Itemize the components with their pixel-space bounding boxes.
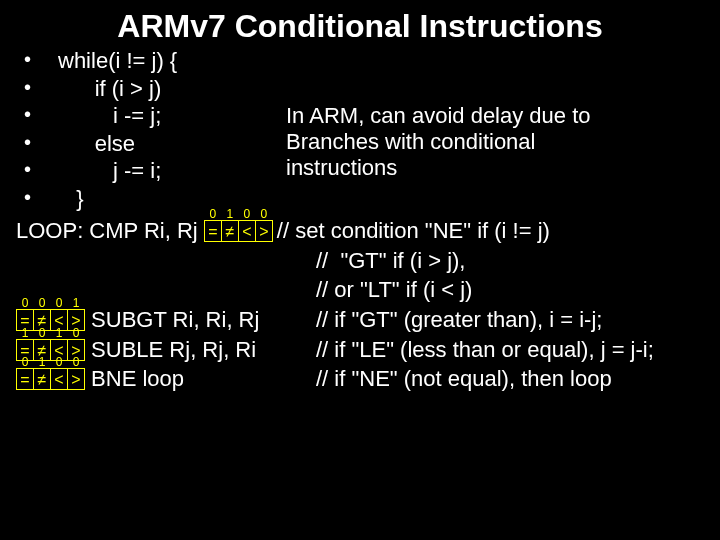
code-line: else bbox=[58, 130, 135, 158]
bullet-dot: • bbox=[16, 130, 58, 155]
flag-bit: 1 bbox=[16, 325, 34, 341]
flag-sym: > bbox=[67, 368, 85, 390]
flag-sym: ≠ bbox=[221, 220, 239, 242]
flag-sym: = bbox=[16, 368, 34, 390]
top-section: •while(i != j) { • if (i > j) • i -= j; … bbox=[16, 47, 704, 212]
code-line: if (i > j) bbox=[58, 75, 161, 103]
flag-bit: 0 bbox=[204, 206, 222, 222]
flag-bit: 0 bbox=[50, 354, 68, 370]
flag-sym: < bbox=[50, 368, 68, 390]
suble-instr: SUBLE Rj, Rj, Ri bbox=[85, 335, 256, 365]
side-note-line: In ARM, can avoid delay due to bbox=[286, 103, 704, 129]
flag-bit: 1 bbox=[50, 325, 68, 341]
bullet-dot: • bbox=[16, 75, 58, 100]
flag-bit: 0 bbox=[16, 295, 34, 311]
code-line: i -= j; bbox=[58, 102, 161, 130]
code-line: j -= i; bbox=[58, 157, 161, 185]
side-note: In ARM, can avoid delay due to Branches … bbox=[286, 47, 704, 212]
flag-bit: 0 bbox=[238, 206, 256, 222]
code-bullets: •while(i != j) { • if (i > j) • i -= j; … bbox=[16, 47, 286, 212]
side-note-line: Branches with conditional bbox=[286, 129, 704, 155]
code-line: } bbox=[58, 185, 84, 213]
bullet-dot: • bbox=[16, 47, 58, 72]
subgt-comment: // if "GT" (greater than), i = i-j; bbox=[316, 305, 704, 335]
loop-comment: // "GT" if (i > j), bbox=[316, 246, 704, 276]
bullet-dot: • bbox=[16, 185, 58, 210]
bne-line: 0 1 0 0 = ≠ < > BNE loop // if "NE" (not… bbox=[16, 364, 704, 394]
code-line: while(i != j) { bbox=[58, 47, 177, 75]
flag-sym: < bbox=[238, 220, 256, 242]
flag-bit: 0 bbox=[33, 325, 51, 341]
bne-comment: // if "NE" (not equal), then loop bbox=[316, 364, 704, 394]
loop-comment: // or "LT" if (i < j) bbox=[316, 275, 704, 305]
flag-bit: 0 bbox=[16, 354, 34, 370]
loop-comment: // set condition "NE" if (i != j) bbox=[277, 216, 550, 246]
subgt-instr: SUBGT Ri, Ri, Rj bbox=[85, 305, 259, 335]
subgt-line: 0 0 0 1 = ≠ < > SUBGT Ri, Ri, Rj // if "… bbox=[16, 305, 704, 335]
bullet-dot: • bbox=[16, 157, 58, 182]
loop-cmp-line: LOOP: CMP Ri, Rj 0 1 0 0 = ≠ < > // set … bbox=[16, 216, 704, 246]
loop-comment-line: // or "LT" if (i < j) bbox=[16, 275, 704, 305]
loop-comment-line: // "GT" if (i > j), bbox=[16, 246, 704, 276]
flag-bit: 0 bbox=[67, 354, 85, 370]
flag-sym: > bbox=[255, 220, 273, 242]
bullet-dot: • bbox=[16, 102, 58, 127]
bne-instr: BNE loop bbox=[85, 364, 184, 394]
flag-box-loop: 0 1 0 0 = ≠ < > bbox=[204, 220, 273, 242]
flag-bit: 1 bbox=[67, 295, 85, 311]
flag-bit: 1 bbox=[33, 354, 51, 370]
side-note-line: instructions bbox=[286, 155, 704, 181]
suble-line: 1 0 1 0 = ≠ < > SUBLE Rj, Rj, Ri // if "… bbox=[16, 335, 704, 365]
suble-comment: // if "LE" (less than or equal), j = j-i… bbox=[316, 335, 704, 365]
flag-sym: ≠ bbox=[33, 368, 51, 390]
flag-box-bne: 0 1 0 0 = ≠ < > bbox=[16, 368, 85, 390]
flag-sym: = bbox=[204, 220, 222, 242]
loop-label: LOOP: CMP Ri, Rj bbox=[16, 216, 204, 246]
flag-bit: 0 bbox=[50, 295, 68, 311]
flag-bit: 0 bbox=[67, 325, 85, 341]
flag-bit: 0 bbox=[255, 206, 273, 222]
page-title: ARMv7 Conditional Instructions bbox=[16, 8, 704, 45]
flag-bit: 0 bbox=[33, 295, 51, 311]
flag-bit: 1 bbox=[221, 206, 239, 222]
